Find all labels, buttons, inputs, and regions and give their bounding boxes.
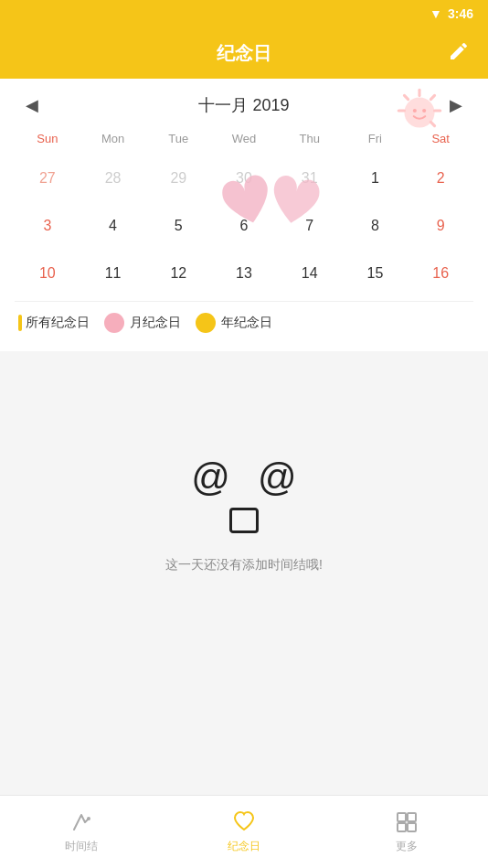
page-title: 纪念日 (217, 41, 271, 66)
table-row[interactable]: 5 (145, 202, 211, 250)
svg-rect-13 (408, 823, 416, 831)
table-row[interactable]: 31 (277, 155, 343, 202)
sun-decoration (391, 82, 448, 139)
empty-state: @ @ 这一天还没有添加时间结哦! (0, 351, 488, 680)
svg-point-7 (413, 109, 417, 113)
left-eye-spiral: @ (191, 458, 230, 497)
calendar-body: 27 28 29 30 31 1 2 3 4 5 6 7 8 9 10 11 1… (15, 155, 473, 297)
month-nav: ◀ 十一月 2019 ▶ (15, 88, 473, 128)
nav-label-anniversary: 纪念日 (228, 839, 260, 854)
svg-line-2 (430, 95, 434, 99)
weekday-mon: Mon (80, 128, 146, 149)
empty-face-illustration: @ @ (191, 458, 296, 533)
weekday-thu: Thu (277, 128, 343, 149)
table-row[interactable]: 8 (343, 202, 408, 250)
table-row[interactable]: 4 (80, 202, 146, 250)
legend-bar (18, 315, 22, 331)
nav-item-more[interactable]: 更多 (325, 809, 488, 854)
svg-rect-10 (398, 813, 406, 821)
nav-label-timeline: 时间结 (65, 839, 98, 854)
legend: 所有纪念日 月纪念日 年纪念日 (15, 301, 473, 337)
empty-message: 这一天还没有添加时间结哦! (165, 557, 323, 573)
table-row[interactable]: 27 (15, 155, 80, 202)
table-row[interactable]: 2 (408, 155, 473, 202)
top-bar: 纪念日 (0, 27, 488, 79)
legend-year-item: 年纪念日 (196, 313, 272, 333)
table-row[interactable]: 6 (211, 202, 277, 250)
calendar-section: ◀ 十一月 2019 ▶ Sun Mon Tue Wed Thu Fri (0, 79, 488, 351)
table-row[interactable]: 7 (277, 202, 343, 250)
table-row[interactable]: 12 (145, 250, 211, 297)
bottom-nav: 时间结 纪念日 更多 (0, 795, 488, 868)
table-row[interactable]: 10 (15, 250, 80, 297)
table-row[interactable]: 30 (211, 155, 277, 202)
mouth-box (229, 508, 259, 533)
weekday-wed: Wed (211, 128, 277, 149)
legend-month-label: 月纪念日 (130, 315, 181, 331)
status-bar: ▼ 3:46 (0, 0, 488, 27)
table-row[interactable]: 13 (211, 250, 277, 297)
nav-item-anniversary[interactable]: 纪念日 (163, 809, 325, 854)
svg-point-8 (422, 109, 426, 113)
weekday-sun: Sun (15, 128, 80, 149)
empty-eyes: @ @ (191, 458, 296, 497)
edit-icon[interactable] (448, 40, 470, 67)
calendar-grid: Sun Mon Tue Wed Thu Fri Sat 27 28 29 (15, 128, 473, 297)
nav-item-timeline[interactable]: 时间结 (0, 809, 163, 854)
svg-line-4 (430, 122, 434, 125)
table-row[interactable]: 28 (80, 155, 146, 202)
legend-month-dot (104, 313, 124, 333)
legend-month-item: 月纪念日 (104, 313, 181, 333)
month-title: 十一月 2019 (198, 94, 289, 116)
prev-month-button[interactable]: ◀ (18, 91, 46, 119)
svg-point-9 (87, 817, 90, 820)
weekday-tue: Tue (145, 128, 211, 149)
table-row[interactable]: 16 (408, 250, 473, 297)
table-row[interactable]: 14 (277, 250, 343, 297)
right-eye-spiral: @ (258, 458, 297, 497)
svg-rect-11 (408, 813, 416, 821)
legend-year-dot (196, 313, 216, 333)
table-row[interactable]: 11 (80, 250, 146, 297)
more-icon (394, 809, 419, 835)
table-row[interactable]: 9 (408, 202, 473, 250)
nav-label-more: 更多 (396, 839, 418, 854)
svg-line-5 (404, 95, 408, 99)
table-row[interactable]: 3 (15, 202, 80, 250)
table-row[interactable]: 29 (145, 155, 211, 202)
anniversary-icon (231, 809, 257, 835)
legend-all: 所有纪念日 (18, 315, 90, 331)
status-time: 3:46 (448, 6, 473, 21)
svg-rect-12 (398, 823, 406, 831)
wifi-icon: ▼ (430, 6, 442, 21)
table-row[interactable]: 1 (343, 155, 408, 202)
legend-all-label: 所有纪念日 (26, 315, 90, 331)
legend-year-label: 年纪念日 (221, 315, 272, 331)
timeline-icon (69, 809, 94, 835)
table-row[interactable]: 15 (343, 250, 408, 297)
